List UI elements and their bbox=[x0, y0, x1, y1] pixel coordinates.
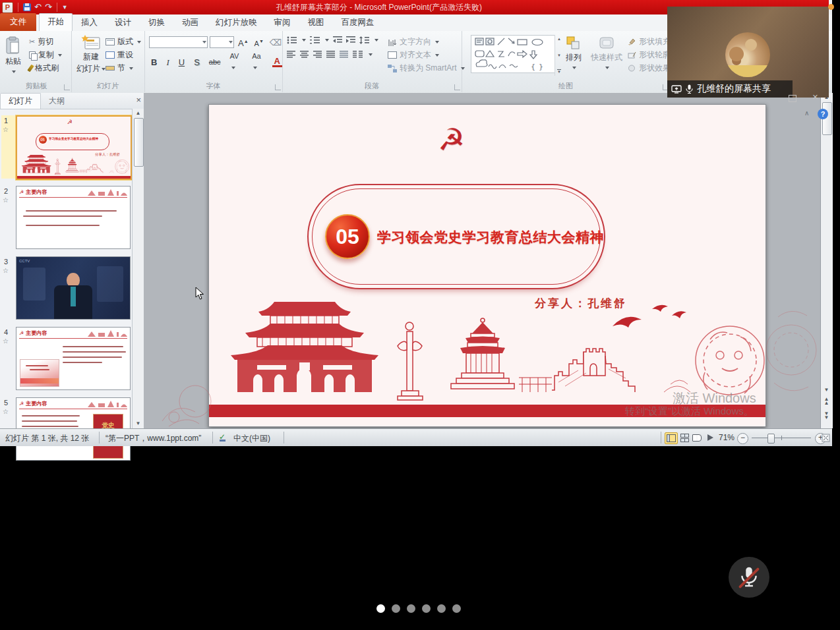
font-name-combo[interactable] bbox=[149, 36, 208, 48]
slide-thumbnail-1[interactable]: 1 ☆ ☭ 05 学习领会党史学习教育总结大会精神 分享人：孔维舒 bbox=[1, 115, 131, 179]
justify-icon[interactable] bbox=[326, 51, 335, 58]
line-spacing-icon[interactable] bbox=[359, 36, 369, 44]
current-slide[interactable]: ☭ 05 学习领会党史学习教育总结大会精神 分享人：孔维舒 bbox=[208, 104, 766, 427]
zoom-slider[interactable] bbox=[752, 438, 811, 438]
redo-button[interactable]: ↷ bbox=[45, 3, 52, 12]
spellcheck-icon[interactable]: ✓ bbox=[219, 432, 225, 442]
strikethrough-button[interactable]: abc bbox=[207, 57, 223, 68]
normal-view-button[interactable] bbox=[665, 432, 678, 444]
shapes-gallery-scroll[interactable]: ▲▼▼ bbox=[555, 35, 563, 76]
page-dot-active[interactable] bbox=[376, 604, 385, 613]
align-right-icon[interactable] bbox=[313, 51, 322, 58]
slide-canvas[interactable]: ☭ 05 学习领会党史学习教育总结大会精神 分享人：孔维舒 bbox=[144, 93, 820, 428]
slide-counter[interactable]: 幻灯片 第 1 张, 共 12 张 bbox=[5, 433, 89, 444]
tab-home[interactable]: 开始 bbox=[39, 13, 73, 31]
save-icon[interactable] bbox=[23, 3, 31, 11]
vertical-scrollbar[interactable]: ▲ ▼ ▲▲ ▼▼ bbox=[820, 93, 833, 428]
tab-transitions[interactable]: 切换 bbox=[140, 14, 173, 31]
slide-thumbnail-4[interactable]: 4 ☆ ☭主要内容 bbox=[1, 327, 131, 390]
character-spacing-button[interactable]: AV bbox=[228, 51, 245, 73]
tab-file[interactable]: 文件 bbox=[0, 13, 36, 31]
mute-microphone-button[interactable] bbox=[729, 557, 769, 598]
page-dot[interactable] bbox=[437, 604, 446, 613]
help-button[interactable]: ? bbox=[818, 109, 828, 119]
new-slide-button[interactable]: 新建 幻灯片 bbox=[76, 35, 105, 74]
align-center-icon[interactable] bbox=[300, 51, 309, 58]
page-dot[interactable] bbox=[407, 604, 415, 613]
slideshow-view-button[interactable] bbox=[704, 432, 716, 443]
next-slide-button[interactable]: ▼▼ bbox=[822, 412, 831, 420]
grow-font-button[interactable]: A▲ bbox=[236, 36, 251, 49]
panel-tab-outline[interactable]: 大纲 bbox=[41, 94, 73, 109]
tab-slideshow[interactable]: 幻灯片放映 bbox=[207, 14, 266, 31]
zoom-level[interactable]: 71% bbox=[719, 433, 735, 442]
text-shadow-button[interactable]: S bbox=[192, 57, 202, 68]
layout-button[interactable]: 版式 bbox=[105, 36, 141, 47]
dialog-launcher[interactable] bbox=[64, 84, 70, 90]
dialog-launcher[interactable] bbox=[275, 84, 281, 90]
align-text-button[interactable]: 对齐文本 bbox=[388, 49, 439, 61]
copy-button[interactable]: 复制 bbox=[29, 49, 62, 61]
tab-baidu-netdisk[interactable]: 百度网盘 bbox=[333, 14, 383, 31]
previous-slide-button[interactable]: ▲▲ bbox=[822, 397, 831, 405]
zoom-out-button[interactable]: − bbox=[737, 433, 748, 444]
text-direction-button[interactable]: 文字方向 bbox=[388, 36, 439, 47]
distribute-icon[interactable] bbox=[340, 51, 348, 58]
numbering-icon[interactable] bbox=[310, 36, 320, 44]
convert-smartart-button[interactable]: 转换为 SmartArt bbox=[388, 63, 465, 74]
reading-view-button[interactable] bbox=[691, 432, 703, 443]
tab-review[interactable]: 审阅 bbox=[266, 14, 299, 31]
section-number-badge[interactable]: 05 bbox=[325, 214, 370, 259]
quick-styles-button[interactable]: 快速样式 bbox=[591, 36, 622, 71]
format-painter-button[interactable]: 格式刷 bbox=[29, 63, 59, 74]
decrease-indent-icon[interactable] bbox=[333, 36, 342, 44]
zoom-slider-thumb[interactable] bbox=[767, 434, 775, 444]
panel-scrollbar[interactable]: ▲ ▼ bbox=[132, 109, 144, 428]
language-indicator[interactable]: 中文(中国) bbox=[233, 433, 270, 444]
align-left-icon[interactable] bbox=[287, 51, 295, 58]
font-color-button[interactable]: A bbox=[272, 57, 282, 67]
increase-indent-icon[interactable] bbox=[346, 36, 355, 44]
scroll-down-icon[interactable]: ▼ bbox=[133, 420, 143, 427]
change-case-button[interactable]: Aa bbox=[250, 51, 266, 73]
undo-button[interactable]: ↶ bbox=[34, 3, 42, 12]
tab-design[interactable]: 设计 bbox=[106, 14, 140, 31]
bullets-icon[interactable] bbox=[287, 36, 297, 44]
theme-name[interactable]: “第一PPT，www.1ppt.com” bbox=[105, 433, 201, 444]
columns-icon[interactable] bbox=[353, 51, 363, 58]
page-dot[interactable] bbox=[452, 604, 461, 613]
tab-view[interactable]: 视图 bbox=[299, 14, 333, 31]
panel-close-icon[interactable]: × bbox=[136, 96, 141, 104]
qat-customize-button[interactable]: ▼ bbox=[62, 3, 68, 12]
underline-button[interactable]: U bbox=[177, 57, 187, 68]
clear-formatting-button[interactable]: ⌫ bbox=[268, 37, 284, 48]
bold-button[interactable]: B bbox=[149, 57, 159, 68]
section-button[interactable]: 节 bbox=[105, 63, 133, 74]
reset-button[interactable]: 重设 bbox=[105, 49, 133, 61]
powerpoint-app-icon[interactable]: P bbox=[2, 2, 13, 13]
collapse-ribbon-icon[interactable]: ∧ bbox=[804, 109, 809, 117]
tab-animations[interactable]: 动画 bbox=[173, 14, 207, 31]
italic-button[interactable]: I bbox=[164, 57, 171, 68]
paste-button[interactable]: 粘贴 bbox=[5, 36, 21, 75]
dialog-launcher[interactable] bbox=[454, 84, 460, 90]
participant-video-tile[interactable]: 孔维舒的屏幕共享 bbox=[667, 7, 829, 98]
scroll-down-icon[interactable]: ▼ bbox=[822, 387, 831, 393]
close-window-icon[interactable]: × bbox=[812, 91, 818, 102]
tab-insert[interactable]: 插入 bbox=[73, 14, 106, 31]
scrollbar-thumb[interactable] bbox=[134, 118, 144, 167]
cut-button[interactable]: ✂ 剪切 bbox=[29, 36, 53, 47]
shrink-font-button[interactable]: A▼ bbox=[253, 36, 266, 49]
font-size-combo[interactable] bbox=[210, 36, 234, 48]
page-dot[interactable] bbox=[422, 604, 431, 613]
slide-title[interactable]: 学习领会党史学习教育总结大会精神 bbox=[377, 228, 599, 246]
panel-tab-slides[interactable]: 幻灯片 bbox=[0, 93, 41, 109]
page-dot[interactable] bbox=[392, 604, 400, 613]
party-emblem-icon[interactable]: ☭ bbox=[438, 122, 465, 158]
scroll-up-icon[interactable]: ▲ bbox=[133, 110, 143, 117]
slide-thumbnail-2[interactable]: 2 ☆ ☭主要内容 bbox=[1, 186, 131, 249]
fit-to-window-button[interactable] bbox=[822, 434, 830, 442]
restore-window-icon[interactable] bbox=[789, 95, 796, 102]
slide-sorter-view-button[interactable] bbox=[678, 432, 690, 443]
title-pill-shape[interactable]: 05 学习领会党史学习教育总结大会精神 bbox=[307, 184, 605, 289]
